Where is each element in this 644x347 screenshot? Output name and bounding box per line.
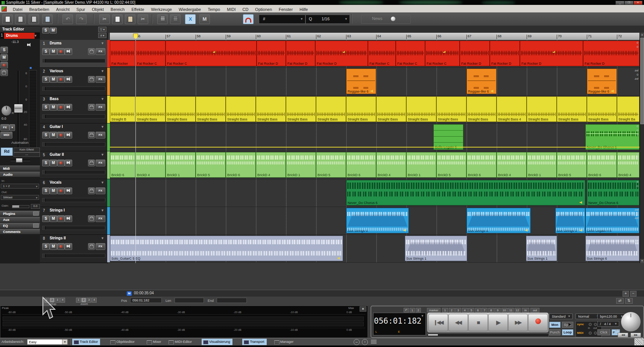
track-mute-button[interactable]: M — [50, 215, 57, 222]
audio-clip[interactable]: Never_Do Chorus 1 — [585, 124, 639, 150]
jog-knob[interactable] — [621, 312, 641, 332]
track-fx-button[interactable]: FX — [96, 76, 105, 83]
audio-clip[interactable]: Fat Rocker D — [520, 41, 583, 66]
lane-bass[interactable]: Straight BStraight BassStraight BassStra… — [110, 96, 639, 123]
menu-ansicht[interactable]: Ansicht — [53, 6, 73, 13]
audio-clip[interactable]: Never_Do Chorus 6 — [346, 180, 585, 205]
marker-5-button[interactable]: 5 — [468, 308, 474, 312]
audio-clip[interactable]: Reggae-like 6 — [346, 68, 376, 94]
scrub-handle[interactable] — [428, 334, 438, 336]
audio-clip[interactable]: Straight Bass — [376, 96, 406, 122]
marker-1-button[interactable]: 1 — [442, 308, 448, 312]
import-audio-button[interactable] — [29, 14, 39, 24]
copy-button[interactable] — [112, 14, 123, 24]
track-record-button[interactable] — [57, 132, 65, 138]
chevron-down-icon[interactable]: ▼ — [101, 181, 104, 184]
track-record-button[interactable] — [57, 76, 65, 83]
scrollbar-thumb[interactable] — [640, 38, 644, 124]
view-toggle-transport[interactable]: Transport — [242, 339, 266, 345]
automation-slider-handle[interactable] — [16, 158, 23, 163]
menu-effekte[interactable]: Effekte — [128, 6, 147, 13]
audio-section-header[interactable]: Audio — [0, 172, 40, 177]
marker-10-button[interactable]: 10 — [501, 308, 507, 312]
track-solo-button[interactable]: S — [42, 215, 50, 222]
marker-3-button[interactable]: 3 — [455, 308, 461, 312]
track-tile-bass[interactable]: 3Bass▼SMFX — [40, 96, 107, 123]
marker-button[interactable]: marker — [427, 308, 440, 312]
track-fx-button[interactable]: FX — [96, 160, 105, 166]
click-toggle[interactable]: Click — [597, 329, 610, 335]
track-monitor-button[interactable] — [65, 160, 72, 166]
lane-various[interactable]: Reggae-like 6Reggae-like 6Reggae-like 6 — [110, 68, 639, 96]
record-arm-button[interactable] — [0, 62, 8, 68]
track-record-button[interactable] — [57, 48, 65, 55]
audio-clip[interactable]: Solo_GuitarC 5 EQ — [110, 236, 343, 261]
audio-clip[interactable]: Sus Strings 6 — [585, 236, 639, 261]
marker-2-button[interactable]: 2 — [449, 308, 455, 312]
audio-clip[interactable]: Cello Legato 6 — [433, 124, 463, 150]
rewind-button[interactable]: ◀◀ — [448, 314, 468, 331]
workspace-select[interactable]: Easy ▼ — [27, 339, 68, 345]
minimize-button[interactable]: _ — [615, 1, 624, 5]
selected-track-name[interactable]: Drums — [4, 33, 35, 39]
forward-button[interactable]: ▶▶ — [508, 314, 528, 331]
chevron-down-icon[interactable]: ▼ — [421, 314, 424, 318]
track-record-button[interactable] — [57, 187, 65, 194]
audio-clip[interactable]: Never_Do Chorus 6 — [587, 180, 639, 205]
sync-toggle[interactable]: Sync — [562, 322, 573, 328]
audio-clip[interactable]: BrickD 4 — [376, 152, 406, 178]
skip-to-start-button[interactable]: ❙◀◀ — [428, 314, 448, 331]
align-objects-button[interactable] — [157, 14, 168, 24]
menu-bereich[interactable]: Bereich — [107, 6, 128, 13]
punch-toggle[interactable]: Punch — [549, 329, 560, 335]
menu-optionen[interactable]: Optionen — [252, 6, 275, 13]
menu-datei[interactable]: Datei — [9, 6, 26, 13]
audio-clip[interactable]: Fat Rocker D — [315, 41, 368, 66]
audio-clip[interactable]: Straight Bass — [466, 96, 497, 122]
view-toggle-manager[interactable]: Manager — [273, 339, 296, 345]
maximize-button[interactable]: ❐ — [624, 1, 633, 5]
audio-clip[interactable]: Straight Bass — [557, 96, 587, 122]
resize-grip[interactable] — [634, 338, 644, 345]
view-toggle-midi-editor[interactable]: MIDI-Editor — [167, 339, 194, 345]
menu-objekt[interactable]: Objekt — [88, 6, 107, 13]
audio-clip[interactable]: BrickD 4 — [135, 152, 166, 178]
audio-clip[interactable]: Sus Strings 6 — [346, 208, 409, 233]
audio-clip[interactable]: BrickD 1 — [406, 152, 436, 178]
track-fx-button[interactable]: FX — [96, 104, 105, 111]
menu-werkzeuge[interactable]: Werkzeuge — [147, 6, 175, 13]
audio-clip[interactable]: BrickD 4 — [256, 152, 286, 178]
crossfade-editor-button[interactable]: X — [185, 14, 196, 24]
track-monitor-button[interactable] — [65, 132, 72, 138]
audio-clip[interactable]: Fat Rocker — [110, 41, 135, 66]
scrub-bar[interactable] — [427, 333, 549, 337]
chevron-down-icon[interactable]: ▼ — [101, 97, 104, 101]
vertical-scrollbar[interactable]: ▲ ▼ — [639, 33, 644, 263]
track-tile-various[interactable]: 2Various▼SMFX — [40, 68, 107, 96]
track-monitor-button[interactable] — [65, 48, 72, 55]
track-monitor-button[interactable] — [65, 215, 72, 222]
lane-vocals[interactable]: Never_Do Chorus 6Never_Do Chorus 6 — [110, 179, 639, 207]
audio-clip[interactable]: Straight B — [110, 96, 135, 122]
length-field[interactable] — [175, 298, 204, 303]
track-mute-button[interactable]: M — [50, 187, 57, 194]
jog-forward-button[interactable]: ▶▶ — [630, 333, 641, 338]
audio-clip[interactable]: Sus Strings 6 — [466, 208, 531, 233]
snap-magnet-button[interactable] — [243, 14, 254, 24]
scroll-down-icon[interactable]: ▼ — [640, 259, 644, 263]
marker-4-button[interactable]: 4 — [462, 308, 468, 312]
audio-clip[interactable]: BrickD 5 — [316, 152, 346, 178]
gain-slider[interactable] — [12, 205, 29, 208]
audio-clip[interactable]: BrickD 1 — [527, 152, 557, 178]
audio-clip[interactable]: BrickD 6 — [110, 152, 135, 178]
audio-clip[interactable]: Straight Bass — [256, 96, 286, 122]
menu-cd[interactable]: CD — [239, 6, 252, 13]
view-toggle-mixer[interactable]: Mixer — [145, 339, 163, 345]
audio-clip[interactable]: Sus Strings 5 — [555, 208, 585, 233]
track-tile-drums[interactable]: 1Drums▼SMFX — [40, 40, 107, 68]
audio-clip[interactable]: Straight Bass — [587, 96, 617, 122]
open-button[interactable] — [15, 14, 26, 24]
chevron-down-icon[interactable]: ▼ — [34, 34, 37, 38]
track-record-button[interactable] — [57, 160, 65, 166]
comments-section-header[interactable]: Comments — [0, 229, 40, 234]
